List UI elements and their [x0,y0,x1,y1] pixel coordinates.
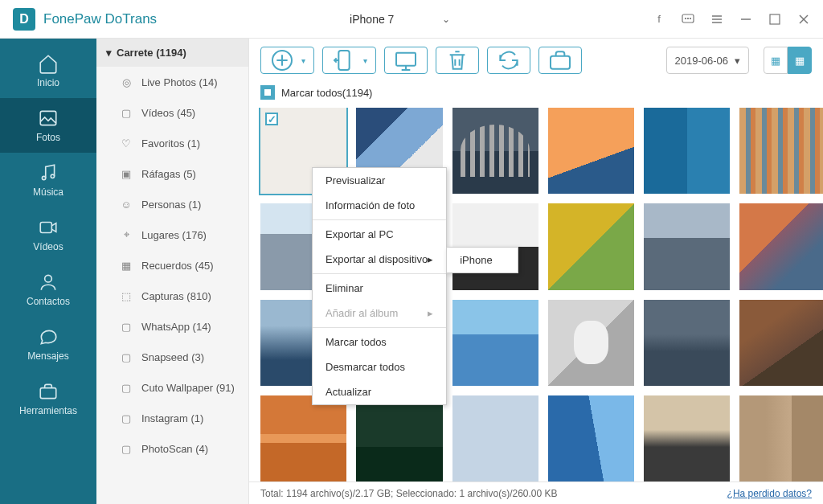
tree-header[interactable]: ▾ Carrete (1194) [96,39,248,67]
location-icon: ⌖ [119,227,133,242]
photo-thumbnail[interactable] [260,395,346,481]
separator [313,273,446,274]
photos-icon [38,108,59,129]
nav-contacts[interactable]: Contactos [0,262,96,317]
svg-point-1 [686,18,686,18]
photo-thumbnail[interactable] [452,395,538,481]
svg-point-2 [688,18,689,18]
tree-item-screenshots[interactable]: ⬚Capturas (810) [96,281,248,311]
tree-item-people[interactable]: ☺Personas (1) [96,189,248,219]
photo-thumbnail[interactable] [644,203,730,289]
ctx-unmark-all[interactable]: Desmarcar todos [313,354,446,379]
ctx-refresh[interactable]: Actualizar [313,379,446,404]
nav-home[interactable]: Inicio [0,43,96,98]
toolbox-icon [38,381,59,402]
tree-item-memories[interactable]: ▦Recuerdos (45) [96,250,248,281]
select-all-checkbox[interactable] [260,85,275,100]
toolbox-button[interactable] [538,47,582,74]
lost-data-link[interactable]: ¿Ha perdido datos? [727,488,812,499]
photo-thumbnail[interactable] [548,300,634,386]
tree-item-livephotos[interactable]: ◎Live Photos (14) [96,67,248,97]
photo-thumbnail[interactable] [739,395,823,481]
context-submenu: iPhone [446,247,518,273]
ctx-delete[interactable]: Eliminar [313,276,446,301]
tree-item-videos[interactable]: ▢Vídeos (45) [96,97,248,128]
facebook-icon[interactable]: f [653,13,665,26]
memories-icon: ▦ [119,258,133,272]
view-small-button[interactable]: ▦ [788,47,812,74]
photo-thumbnail[interactable] [548,108,634,194]
tree-item-bursts[interactable]: ▣Ráfagas (5) [96,158,248,189]
sidebar: Inicio Fotos Música Vídeos Contactos Men… [0,39,96,504]
tree-item-photoscan[interactable]: ▢PhotoScan (4) [96,433,248,464]
svg-rect-8 [770,14,780,24]
ctx-mark-all[interactable]: Marcar todos [313,330,446,354]
messages-icon [38,326,59,347]
add-button[interactable]: ▾ [260,47,314,74]
nav-tools[interactable]: Herramientas [0,371,96,426]
ctx-preview[interactable]: Previsualizar [313,168,446,193]
photo-thumbnail[interactable] [739,203,823,289]
svg-point-12 [42,176,45,179]
tree-item-whatsapp[interactable]: ▢WhatsApp (14) [96,311,248,342]
status-text: Total: 1194 archivo(s)/2.17 GB; Seleccio… [260,488,558,499]
statusbar: Total: 1194 archivo(s)/2.17 GB; Seleccio… [249,481,823,504]
tree-item-favorites[interactable]: ♡Favoritos (1) [96,128,248,158]
device-selector[interactable]: iPhone 7 ⌄ [342,13,450,26]
delete-button[interactable] [436,47,479,74]
context-menu: Previsualizar Información de foto Export… [312,167,447,405]
tree-item-places[interactable]: ⌖Lugares (176) [96,219,248,250]
maximize-icon[interactable] [768,13,781,26]
photo-thumbnail[interactable] [739,300,823,386]
tree-item-cutowallpaper[interactable]: ▢Cuto Wallpaper (91) [96,372,248,403]
svg-point-15 [45,275,52,282]
content-area: ▾ ▾ 2019-06-06▾ ▦ ▦ Marcar todos(1194) [249,39,823,504]
export-pc-button[interactable] [384,47,428,74]
ctx-sub-iphone[interactable]: iPhone [447,248,518,272]
minimize-icon[interactable] [739,13,752,26]
ctx-add-album[interactable]: Añadir al álbum▸ [313,301,446,326]
photo-thumbnail[interactable] [356,395,442,481]
caret-down-icon: ▾ [106,47,112,59]
photo-thumbnail[interactable] [739,108,823,194]
ctx-export-pc[interactable]: Exportar al PC [313,222,446,247]
livephotos-icon: ◎ [119,75,133,89]
video-icon: ▢ [119,105,133,120]
nav-photos[interactable]: Fotos [0,98,96,153]
app-title: FonePaw DoTrans [43,11,157,27]
feedback-icon[interactable] [682,13,694,26]
photo-thumbnail[interactable] [644,395,730,481]
export-device-button[interactable]: ▾ [322,47,376,74]
caret-down-icon: ▾ [301,56,305,65]
caret-down-icon: ▾ [363,56,367,65]
app-logo: D [13,8,35,31]
folder-icon: ▢ [119,319,133,334]
svg-point-3 [690,18,691,18]
nav-music[interactable]: Música [0,153,96,207]
photo-thumbnail[interactable] [548,203,634,289]
close-icon[interactable] [797,13,810,26]
view-large-button[interactable]: ▦ [764,47,788,74]
separator [313,327,446,328]
photo-thumbnail[interactable] [644,300,730,386]
burst-icon: ▣ [119,166,133,181]
photo-thumbnail[interactable] [452,300,538,386]
tree-item-instagram[interactable]: ▢Instagram (1) [96,403,248,433]
menu-icon[interactable] [710,13,723,26]
photo-thumbnail[interactable] [452,108,538,194]
separator [313,219,446,220]
thumb-checkbox[interactable] [265,113,278,125]
nav-messages[interactable]: Mensajes [0,317,96,371]
ctx-export-device[interactable]: Exportar al dispositivo ▸ iPhone [313,247,446,272]
date-filter[interactable]: 2019-06-06▾ [666,47,750,74]
tree-item-snapseed[interactable]: ▢Snapseed (3) [96,342,248,372]
ctx-info[interactable]: Información de foto [313,193,446,218]
music-icon [38,162,59,183]
contacts-icon [38,272,59,293]
chevron-right-icon: ▸ [428,307,433,319]
refresh-button[interactable] [487,47,530,74]
nav-videos[interactable]: Vídeos [0,207,96,262]
photo-thumbnail[interactable] [644,108,730,194]
select-all-row[interactable]: Marcar todos(1194) [249,82,823,108]
photo-thumbnail[interactable] [548,395,634,481]
